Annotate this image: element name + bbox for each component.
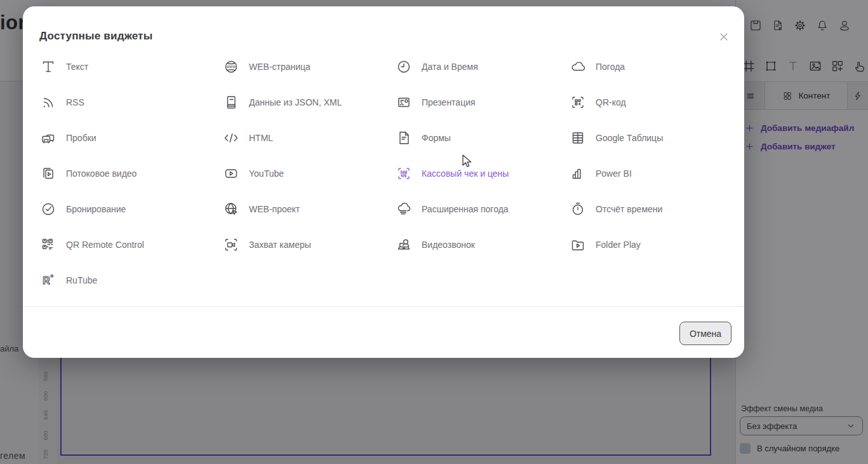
widget-label: Погода <box>596 62 625 72</box>
camera-capture-icon <box>222 236 240 254</box>
widget-label: Пробки <box>66 133 97 143</box>
widget-label: Формы <box>422 133 451 143</box>
widget-label: Дата и Время <box>422 62 478 72</box>
widget-item-rutube[interactable]: RRuTube <box>39 271 222 289</box>
widget-item-rss[interactable]: RSS <box>39 93 222 111</box>
youtube-icon <box>222 165 240 182</box>
widget-label: Folder Play <box>596 240 641 250</box>
svg-text:R: R <box>43 275 50 286</box>
widget-label: RSS <box>66 97 84 107</box>
widget-item-cloud[interactable]: Погода <box>569 58 728 76</box>
widget-item-camera-capture[interactable]: Захват камеры <box>222 236 395 254</box>
presentation-icon <box>395 93 413 111</box>
widget-item-booking-check[interactable]: Бронирование <box>39 200 222 218</box>
widget-item-text[interactable]: Текст <box>39 58 222 76</box>
widget-item-html[interactable]: HTML <box>222 129 395 147</box>
widget-label: Отсчёт времени <box>596 204 662 214</box>
widget-label: QR-код <box>596 97 626 107</box>
widget-label: Google Таблицы <box>596 133 663 143</box>
rutube-icon: R <box>39 271 57 289</box>
widget-item-weather-extended[interactable]: Расширенная погода <box>395 200 569 218</box>
widget-item-google-sheets[interactable]: Google Таблицы <box>569 129 728 147</box>
web-project-icon <box>222 200 240 218</box>
widget-item-stream-video[interactable]: Потоковое видео <box>39 165 222 182</box>
widget-item-video-call[interactable]: Видеозвонок <box>395 236 569 254</box>
close-icon[interactable] <box>718 31 730 43</box>
booking-check-icon <box>39 200 57 218</box>
app-root: ion 560600640680720 айла гелем Контент Д… <box>0 0 868 464</box>
widget-label: RuTube <box>66 275 97 285</box>
widget-label: Текст <box>66 62 88 72</box>
widget-item-clock[interactable]: Дата и Время <box>395 58 569 76</box>
widget-item-json-xml[interactable]: Данные из JSON, XML <box>222 93 395 111</box>
widget-item-web-page[interactable]: wwwWEB-страница <box>222 58 395 76</box>
widget-label: Бронирование <box>66 204 126 214</box>
widget-label: YouTube <box>249 168 284 179</box>
widget-item-qr-remote[interactable]: QR Remote Control <box>39 236 222 254</box>
receipt-barcode-icon <box>395 165 413 182</box>
folder-play-icon <box>569 236 587 254</box>
widget-item-qr-code[interactable]: QR-код <box>569 93 728 111</box>
stream-video-icon <box>39 165 57 182</box>
widget-grid: ТекстwwwWEB-страницаДата и ВремяПогодаRS… <box>39 49 728 298</box>
clock-icon <box>395 58 413 76</box>
widget-label: Данные из JSON, XML <box>249 97 342 107</box>
widget-item-forms[interactable]: Формы <box>395 129 569 147</box>
modal-title: Доступные виджеты <box>39 30 152 43</box>
widget-label: Расширенная погода <box>422 204 509 214</box>
html-icon <box>222 129 240 147</box>
widget-item-power-bi[interactable]: Power BI <box>569 165 728 182</box>
forms-icon <box>395 129 413 147</box>
power-bi-icon <box>569 165 587 182</box>
widget-label: WEB-страница <box>249 62 310 72</box>
widget-label: HTML <box>249 133 273 143</box>
google-sheets-icon <box>569 129 587 147</box>
widget-label: Потоковое видео <box>66 168 137 179</box>
widget-label: WEB-проект <box>249 204 300 214</box>
widget-label: Power BI <box>596 168 632 179</box>
widget-item-stopwatch[interactable]: Отсчёт времени <box>569 200 728 218</box>
widget-item-folder-play[interactable]: Folder Play <box>569 236 728 254</box>
footer-divider <box>23 306 744 307</box>
qr-code-icon <box>569 93 587 111</box>
widget-item-youtube[interactable]: YouTube <box>222 165 395 182</box>
widget-label: QR Remote Control <box>66 240 144 250</box>
svg-text:www: www <box>226 64 236 69</box>
widget-label: Видеозвонок <box>422 240 475 250</box>
cancel-button[interactable]: Отмена <box>679 322 731 345</box>
widget-item-presentation[interactable]: Презентация <box>395 93 569 111</box>
cloud-icon <box>569 58 587 76</box>
json-xml-icon <box>222 93 240 111</box>
rss-icon <box>39 93 57 111</box>
widget-label: Презентация <box>422 97 476 107</box>
weather-extended-icon <box>395 200 413 218</box>
widget-item-web-project[interactable]: WEB-проект <box>222 200 395 218</box>
widgets-modal: Доступные виджеты ТекстwwwWEB-страницаДа… <box>23 6 744 358</box>
text-icon <box>39 58 57 76</box>
web-page-icon: www <box>222 58 240 76</box>
widget-item-receipt-barcode[interactable]: Кассовый чек и цены <box>395 165 569 182</box>
widget-label: Кассовый чек и цены <box>422 168 509 179</box>
video-call-icon <box>395 236 413 254</box>
traffic-icon <box>39 129 57 147</box>
widget-label: Захват камеры <box>249 240 311 250</box>
stopwatch-icon <box>569 200 587 218</box>
widget-item-traffic[interactable]: Пробки <box>39 129 222 147</box>
qr-remote-icon <box>39 236 57 254</box>
